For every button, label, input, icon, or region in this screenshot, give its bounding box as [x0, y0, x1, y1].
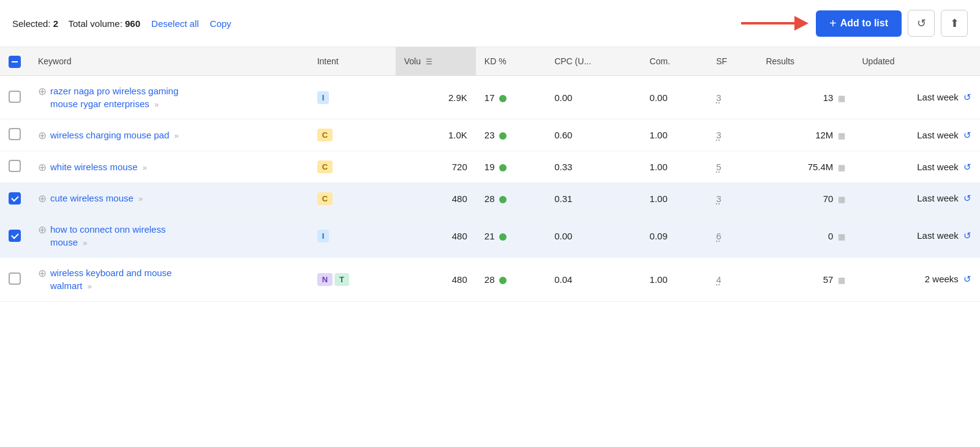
checkbox-cell[interactable]	[0, 258, 29, 301]
table-row: ⊕cute wireless mouse »C480280.311.00370 …	[0, 183, 980, 214]
add-keyword-icon[interactable]: ⊕	[38, 267, 47, 280]
keyword-link[interactable]: white wireless mouse »	[50, 160, 147, 173]
chevron-dbl-icon: »	[138, 194, 143, 203]
copy-link[interactable]: Copy	[210, 18, 232, 29]
checkbox-cell[interactable]	[0, 183, 29, 214]
sort-icon: ☰	[426, 58, 432, 66]
intent-badge: I	[317, 230, 330, 242]
copy-results-icon[interactable]: ▦	[838, 131, 845, 140]
row-checkbox[interactable]	[9, 91, 21, 103]
copy-results-icon[interactable]: ▦	[838, 276, 845, 285]
cpc-cell: 0.31	[546, 183, 641, 214]
sf-cell: 3	[707, 119, 757, 151]
chevron-dbl-icon: »	[83, 238, 87, 247]
com-cell: 1.00	[641, 119, 708, 151]
keyword-link[interactable]: how to connect onn wirelessmouse »	[50, 223, 165, 249]
intent-cell: I	[309, 214, 396, 258]
add-keyword-icon[interactable]: ⊕	[38, 192, 47, 205]
kd-cell: 28	[476, 183, 546, 214]
row-refresh-icon[interactable]: ↺	[963, 274, 971, 284]
row-refresh-icon[interactable]: ↺	[963, 193, 971, 203]
kd-value: 17	[484, 92, 495, 103]
select-all-checkbox[interactable]	[9, 56, 21, 68]
add-keyword-icon[interactable]: ⊕	[38, 161, 47, 174]
arrow-indicator	[736, 10, 810, 37]
cpc-cell: 0.33	[546, 151, 641, 183]
row-checkbox[interactable]	[9, 272, 21, 285]
updated-cell: Last week ↺	[854, 151, 981, 183]
kd-dot	[499, 277, 507, 284]
copy-results-icon[interactable]: ▦	[838, 163, 845, 172]
kd-cell: 28	[476, 258, 546, 301]
deselect-all-link[interactable]: Deselect all	[151, 18, 199, 29]
add-keyword-icon[interactable]: ⊕	[38, 129, 47, 142]
com-cell: 1.00	[641, 183, 708, 214]
kd-cell: 23	[476, 119, 546, 151]
updated-cell: Last week ↺	[854, 119, 981, 151]
kd-dot	[499, 233, 507, 241]
cpc-cell: 0.04	[546, 258, 641, 301]
results-cell: 12M ▦	[757, 119, 853, 151]
row-refresh-icon[interactable]: ↺	[963, 230, 971, 241]
intent-badge-t: T	[334, 273, 349, 286]
keyword-link[interactable]: wireless keyboard and mousewalmart »	[50, 266, 172, 292]
header-volume[interactable]: Volu ☰	[396, 47, 476, 76]
header-com: Com.	[641, 47, 708, 76]
add-keyword-icon[interactable]: ⊕	[38, 85, 47, 98]
header-intent: Intent	[309, 47, 396, 76]
add-keyword-icon[interactable]: ⊕	[38, 224, 47, 236]
row-refresh-icon[interactable]: ↺	[963, 162, 971, 172]
cpc-cell: 0.60	[546, 119, 641, 151]
kd-cell: 21	[476, 214, 546, 258]
row-refresh-icon[interactable]: ↺	[963, 92, 971, 102]
row-refresh-icon[interactable]: ↺	[963, 130, 971, 140]
keyword-link[interactable]: cute wireless mouse »	[50, 192, 143, 205]
intent-cell: NT	[309, 258, 396, 301]
results-cell: 13 ▦	[757, 76, 853, 119]
add-to-list-button[interactable]: + Add to list	[816, 10, 902, 37]
volume-cell: 720	[396, 151, 476, 183]
kd-dot	[499, 164, 507, 171]
copy-results-icon[interactable]: ▦	[838, 232, 845, 241]
row-checkbox[interactable]	[9, 192, 21, 205]
row-checkbox[interactable]	[9, 160, 21, 172]
volume-cell: 2.9K	[396, 76, 476, 119]
sf-cell: 6	[707, 214, 757, 258]
header-kd: KD %	[476, 47, 546, 76]
cpc-cell: 0.00	[546, 76, 641, 119]
intent-badge: C	[317, 192, 333, 205]
results-cell: 70 ▦	[757, 183, 853, 214]
checkbox-cell[interactable]	[0, 119, 29, 151]
keyword-link[interactable]: razer naga pro wireless gamingmouse ryga…	[50, 85, 178, 110]
sf-cell: 4	[707, 258, 757, 301]
copy-results-icon[interactable]: ▦	[838, 94, 845, 103]
keyword-link[interactable]: wireless charging mouse pad »	[50, 129, 179, 141]
row-checkbox[interactable]	[9, 230, 21, 242]
checkbox-cell[interactable]	[0, 214, 29, 258]
header-cpc: CPC (U...	[546, 47, 641, 76]
selected-count: 2	[53, 18, 58, 29]
kd-value: 23	[484, 130, 495, 140]
header-updated: Updated	[854, 47, 981, 76]
header-results: Results	[757, 47, 853, 76]
kd-dot	[499, 95, 507, 102]
copy-results-icon[interactable]: ▦	[838, 195, 845, 204]
checkbox-cell[interactable]	[0, 76, 29, 119]
sf-value: 5	[716, 162, 721, 172]
results-cell: 0 ▦	[757, 214, 853, 258]
com-cell: 0.00	[641, 76, 708, 119]
kd-cell: 19	[476, 151, 546, 183]
kd-value: 19	[484, 162, 495, 172]
chevron-dbl-icon: »	[174, 131, 178, 140]
keyword-cell: ⊕wireless keyboard and mousewalmart »	[29, 258, 309, 301]
checkbox-cell[interactable]	[0, 151, 29, 183]
refresh-button[interactable]: ↺	[908, 10, 935, 37]
header-checkbox-cell[interactable]	[0, 47, 29, 76]
volume-cell: 1.0K	[396, 119, 476, 151]
row-checkbox[interactable]	[9, 128, 21, 140]
table-row: ⊕white wireless mouse »C720190.331.00575…	[0, 151, 980, 183]
updated-cell: Last week ↺	[854, 214, 981, 258]
selected-label: Selected: 2 Total volume: 960	[12, 18, 140, 29]
export-button[interactable]: ⬆	[941, 10, 968, 37]
intent-cell: C	[309, 119, 396, 151]
